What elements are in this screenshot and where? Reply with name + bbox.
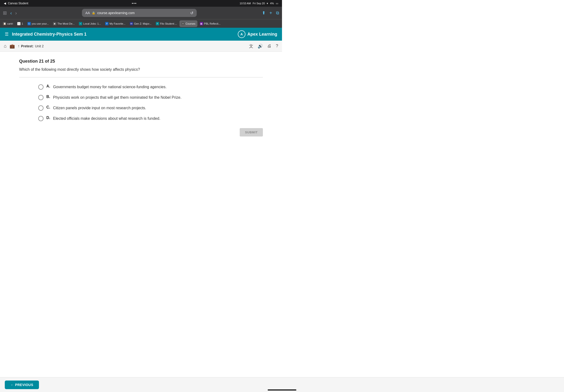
back-button[interactable]: ‹ <box>10 10 12 16</box>
tab-label-2: you use your... <box>32 22 49 25</box>
tab-label-5: My Favorite... <box>110 22 125 25</box>
browser-toolbar: ⊞ ‹ › AA 🔒 course.apexlearning.com ↺ ⬆ +… <box>0 7 282 19</box>
tab-label-1: 1 <box>22 22 23 25</box>
question-number: Question 21 of 25 <box>19 59 263 64</box>
answer-choices: A.Governments budget money for national … <box>19 84 263 121</box>
answer-letter-3: D. <box>46 116 50 120</box>
tab-icon-6: BI <box>130 22 133 25</box>
tabs-icon[interactable]: ⧉ <box>276 11 279 15</box>
answer-text-3: Elected officials make decisions about w… <box>53 116 160 121</box>
tab-item-2[interactable]: Gyou use your... <box>26 20 51 27</box>
answer-letter-0: A. <box>46 84 50 88</box>
new-tab-icon[interactable]: + <box>269 10 272 16</box>
sidebar-icon[interactable]: ⊞ <box>3 10 7 16</box>
wifi-icon: ▾ <box>267 2 268 5</box>
tab-label-4: Local Jobs: 1... <box>83 22 101 25</box>
main-content: Question 21 of 25 Which of the following… <box>0 52 282 144</box>
sub-toolbar-left: ⌂ 💼 ↑ Pretest: Unit 2 <box>4 43 44 49</box>
status-bar: ◀ Canvas Student 10:53 AM Fri Sep 20 ▾ 4… <box>0 0 282 7</box>
tab-item-5[interactable]: PMy Favorite... <box>103 20 127 27</box>
help-icon[interactable]: ? <box>276 43 278 49</box>
briefcase-icon[interactable]: 💼 <box>10 43 15 49</box>
status-center <box>132 3 136 4</box>
answer-option-0[interactable]: A.Governments budget money for national … <box>38 84 263 90</box>
answer-text-0: Governments budget money for national sc… <box>53 84 166 90</box>
translate-icon[interactable]: 文 <box>249 43 253 49</box>
date-display: Fri Sep 20 <box>253 2 265 5</box>
refresh-icon[interactable]: ↺ <box>190 11 193 15</box>
toolbar-left: ⊞ ‹ › <box>3 10 17 16</box>
share-icon[interactable]: ⬆ <box>262 10 265 15</box>
answer-text-2: Citizen panels provide input on most res… <box>53 105 146 111</box>
submit-button[interactable]: SUBMIT <box>240 128 263 137</box>
radio-3[interactable] <box>38 116 43 121</box>
breadcrumb-value: Unit 2 <box>35 44 44 48</box>
tab-icon-8: × <box>181 22 185 25</box>
tab-item-3[interactable]: ▶The Most De... <box>51 20 76 27</box>
tab-item-9[interactable]: ▦PBL Reflecti... <box>198 20 222 27</box>
tab-icon-5: P <box>105 22 109 25</box>
apex-logo-text: Apex Learning <box>247 32 277 37</box>
forward-button[interactable]: › <box>15 10 17 16</box>
time-display: 10:53 AM <box>240 2 251 5</box>
tab-label-8: Courses <box>186 22 195 25</box>
dot3 <box>135 3 136 4</box>
breadcrumb-arrow: ↑ <box>18 44 20 48</box>
tab-icon-1: 1 <box>17 22 21 25</box>
status-right: 10:53 AM Fri Sep 20 ▾ 4% ▭ <box>240 2 278 5</box>
apex-logo: A Apex Learning <box>238 30 277 38</box>
radio-1[interactable] <box>38 95 43 100</box>
answer-option-3[interactable]: D.Elected officials make decisions about… <box>38 116 263 121</box>
tab-icon-4: ≈ <box>79 22 82 25</box>
tabs-bar: 📋cartri11Gyou use your...▶The Most De...… <box>0 19 282 28</box>
tab-label-9: PBL Reflecti... <box>204 22 220 25</box>
course-header-left: ☰ Integrated Chemistry-Physics Sem 1 <box>5 31 86 37</box>
tab-item-0[interactable]: 📋cartri <box>1 20 15 27</box>
breadcrumb-label: Pretest: <box>21 44 33 48</box>
print-icon[interactable]: 🖨 <box>267 43 272 49</box>
tab-icon-0: 📋 <box>3 22 6 25</box>
tab-icon-3: ▶ <box>53 22 56 25</box>
question-divider <box>19 77 263 77</box>
url-display[interactable]: course.apexlearning.com <box>97 11 135 15</box>
status-left: ◀ Canvas Student <box>4 2 28 5</box>
tab-item-7[interactable]: FFilo Student:... <box>154 20 179 27</box>
app-name: Canvas Student <box>8 2 28 5</box>
tab-item-6[interactable]: BIGen Z: Major... <box>128 20 153 27</box>
battery-display: 4% <box>270 2 274 5</box>
back-arrow-icon: ◀ <box>4 2 6 5</box>
answer-option-2[interactable]: C.Citizen panels provide input on most r… <box>38 105 263 111</box>
tab-icon-7: F <box>156 22 159 25</box>
toolbar-right: ⬆ + ⧉ <box>262 10 279 16</box>
tab-item-1[interactable]: 11 <box>15 20 25 27</box>
address-bar[interactable]: AA 🔒 course.apexlearning.com ↺ <box>82 9 197 17</box>
answer-text-1: Physicists work on projects that will ge… <box>53 95 181 100</box>
toolbar-center: AA 🔒 course.apexlearning.com ↺ <box>20 9 259 17</box>
sub-toolbar: ⌂ 💼 ↑ Pretest: Unit 2 文 🔊 🖨 ? <box>0 41 282 52</box>
aa-label[interactable]: AA <box>85 11 90 15</box>
radio-2[interactable] <box>38 105 43 111</box>
dot1 <box>132 3 133 4</box>
breadcrumb: ↑ Pretest: Unit 2 <box>18 44 44 48</box>
tab-label-0: cartri <box>7 22 13 25</box>
tab-label-3: The Most De... <box>57 22 75 25</box>
home-icon[interactable]: ⌂ <box>4 43 7 49</box>
tab-icon-9: ▦ <box>200 22 203 25</box>
tab-item-8[interactable]: ×Courses <box>179 20 197 27</box>
svg-text:A: A <box>240 32 243 36</box>
sub-toolbar-right: 文 🔊 🖨 ? <box>249 43 278 49</box>
tab-item-4[interactable]: ≈Local Jobs: 1... <box>77 20 103 27</box>
answer-letter-2: C. <box>46 105 50 110</box>
course-header: ☰ Integrated Chemistry-Physics Sem 1 A A… <box>0 28 282 41</box>
audio-icon[interactable]: 🔊 <box>258 43 263 49</box>
radio-0[interactable] <box>38 84 43 90</box>
apex-logo-icon: A <box>238 30 246 38</box>
answer-option-1[interactable]: B.Physicists work on projects that will … <box>38 95 263 100</box>
battery-icon: ▭ <box>276 2 278 5</box>
hamburger-icon[interactable]: ☰ <box>5 31 9 37</box>
lock-icon: 🔒 <box>92 11 95 14</box>
tab-label-6: Gen Z: Major... <box>134 22 151 25</box>
tab-label-7: Filo Student:... <box>160 22 177 25</box>
submit-area: SUBMIT <box>19 128 263 137</box>
course-title: Integrated Chemistry-Physics Sem 1 <box>12 32 86 37</box>
